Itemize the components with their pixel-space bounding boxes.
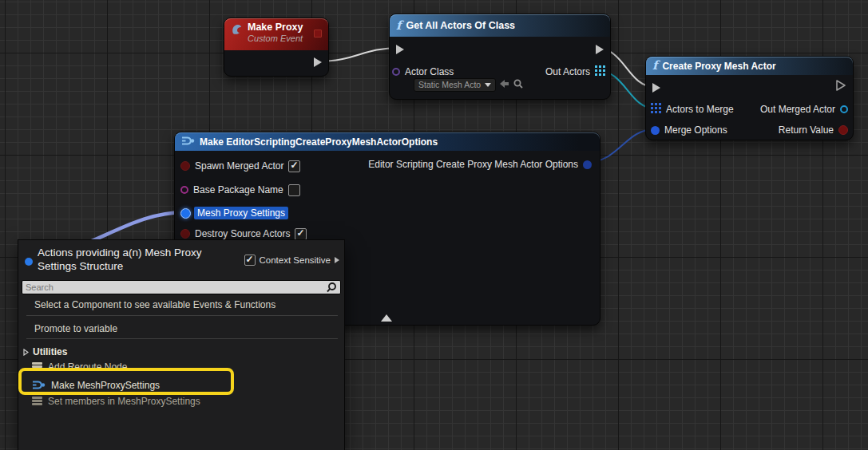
node-subtitle: Custom Event xyxy=(248,33,303,44)
delegate-pin[interactable] xyxy=(314,30,322,38)
actors-to-merge-array-pin[interactable] xyxy=(651,103,661,116)
context-sensitive-label: Context Sensitive xyxy=(260,255,331,265)
set-members-icon xyxy=(32,396,42,406)
menu-separator xyxy=(26,315,338,316)
base-package-name-label: Base Package Name xyxy=(193,184,283,195)
menu-separator xyxy=(26,338,338,339)
actor-class-dropdown-value: Static Mesh Acto xyxy=(418,80,481,89)
out-merged-actor-pin[interactable] xyxy=(840,105,848,113)
exec-out-pin[interactable] xyxy=(835,79,846,94)
node-title: Make Proxy xyxy=(248,22,303,33)
menu-item-label: Add Reroute Node... xyxy=(48,361,135,373)
spawn-merged-actor-checkbox[interactable] xyxy=(288,160,300,172)
node-create-proxy-mesh-actor[interactable]: f Create Proxy Mesh Actor Actors to Merg… xyxy=(645,56,854,140)
dragged-pin-icon xyxy=(25,258,33,266)
actor-class-pin[interactable] xyxy=(392,68,400,76)
action-menu: Actions providing a(n) Mesh Proxy Settin… xyxy=(18,239,345,450)
menu-title: Actions providing a(n) Mesh Proxy Settin… xyxy=(38,246,237,273)
collapse-node-arrow[interactable] xyxy=(381,314,392,322)
node-make-proxy[interactable]: Make Proxy Custom Event xyxy=(224,18,329,77)
return-value-label: Return Value xyxy=(779,124,834,136)
menu-item-label: Select a Component to see available Even… xyxy=(34,299,275,310)
base-package-name-pin[interactable] xyxy=(180,186,188,194)
menu-category-label: Utilities xyxy=(33,346,67,357)
menu-item-promote-to-variable[interactable]: Promote to variable xyxy=(18,321,344,337)
out-actors-array-pin[interactable] xyxy=(595,65,605,78)
function-icon: f xyxy=(652,60,657,72)
merge-options-label: Merge Options xyxy=(664,124,727,136)
expander-arrow-icon[interactable] xyxy=(23,349,29,356)
menu-item-label: Set members in MeshProxySettings xyxy=(48,396,200,407)
context-sensitive-checkbox[interactable] xyxy=(244,255,256,266)
mesh-proxy-settings-pin[interactable] xyxy=(180,208,191,219)
dropdown-caret-icon xyxy=(485,83,491,87)
search-icon xyxy=(326,282,337,293)
search-box[interactable] xyxy=(22,280,341,294)
mesh-proxy-settings-label: Mesh Proxy Settings xyxy=(194,207,288,219)
exec-out-pin[interactable] xyxy=(314,57,322,67)
menu-title-line2: Settings Structure xyxy=(38,259,237,273)
menu-item-add-reroute-node[interactable]: Add Reroute Node... xyxy=(18,359,344,374)
spawn-merged-actor-pin[interactable] xyxy=(180,161,190,171)
options-out-label: Editor Scripting Create Proxy Mesh Actor… xyxy=(368,159,578,170)
node-get-all-actors-of-class[interactable]: f Get All Actors Of Class Actor Class Ou… xyxy=(389,14,611,100)
return-value-pin[interactable] xyxy=(838,125,848,135)
exec-in-pin[interactable] xyxy=(396,45,404,54)
browse-asset-icon[interactable] xyxy=(513,78,523,91)
exec-out-pin[interactable] xyxy=(596,45,604,54)
merge-options-pin[interactable] xyxy=(651,126,660,135)
menu-item-set-members[interactable]: Set members in MeshProxySettings xyxy=(18,393,344,409)
out-merged-actor-label: Out Merged Actor xyxy=(760,104,835,115)
reroute-node-icon xyxy=(32,361,42,372)
use-selected-asset-icon[interactable] xyxy=(499,79,509,91)
node-title: Make EditorScriptingCreateProxyMeshActor… xyxy=(200,136,438,148)
base-package-name-checkbox[interactable] xyxy=(288,184,300,196)
function-icon: f xyxy=(396,20,401,32)
destroy-source-actors-checkbox[interactable] xyxy=(295,228,307,240)
menu-title-line1: Actions providing a(n) Mesh Proxy xyxy=(38,246,237,259)
menu-item-make-meshproxysettings[interactable]: Make MeshProxySettings xyxy=(18,377,344,393)
make-struct-icon xyxy=(181,135,195,149)
actor-class-dropdown[interactable]: Static Mesh Acto xyxy=(414,78,496,92)
menu-item-label: Make MeshProxySettings xyxy=(51,380,160,391)
custom-event-icon xyxy=(231,23,243,38)
destroy-source-actors-pin[interactable] xyxy=(180,229,190,239)
menu-item-label: Promote to variable xyxy=(34,323,117,334)
search-input[interactable] xyxy=(22,282,326,292)
menu-item-select-component[interactable]: Select a Component to see available Even… xyxy=(18,297,344,313)
spawn-merged-actor-label: Spawn Merged Actor xyxy=(195,160,283,172)
menu-category-utilities[interactable]: Utilities xyxy=(18,345,344,359)
actor-class-label: Actor Class xyxy=(405,66,454,77)
node-title: Create Proxy Mesh Actor xyxy=(662,61,775,72)
node-title: Get All Actors Of Class xyxy=(406,20,515,31)
actors-to-merge-label: Actors to Merge xyxy=(666,104,734,115)
options-out-pin[interactable] xyxy=(583,160,592,169)
out-actors-label: Out Actors xyxy=(545,66,590,77)
make-struct-icon xyxy=(32,380,46,390)
destroy-source-actors-label: Destroy Source Actors xyxy=(195,228,290,239)
exec-in-pin[interactable] xyxy=(652,83,660,93)
context-sensitive-expand-icon[interactable] xyxy=(335,257,339,263)
